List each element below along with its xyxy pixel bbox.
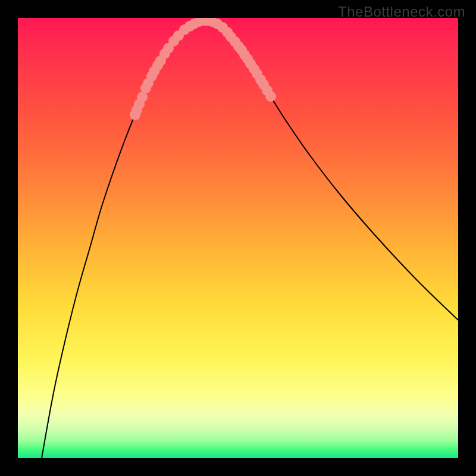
bottleneck-curve	[42, 21, 458, 458]
plot-area	[18, 18, 458, 458]
data-dot	[265, 91, 276, 102]
curve-group	[42, 21, 458, 458]
chart-frame: TheBottleneck.com	[0, 0, 476, 476]
curve-overlay	[18, 18, 458, 458]
dot-cluster	[130, 18, 276, 120]
watermark-text: TheBottleneck.com	[338, 4, 465, 20]
